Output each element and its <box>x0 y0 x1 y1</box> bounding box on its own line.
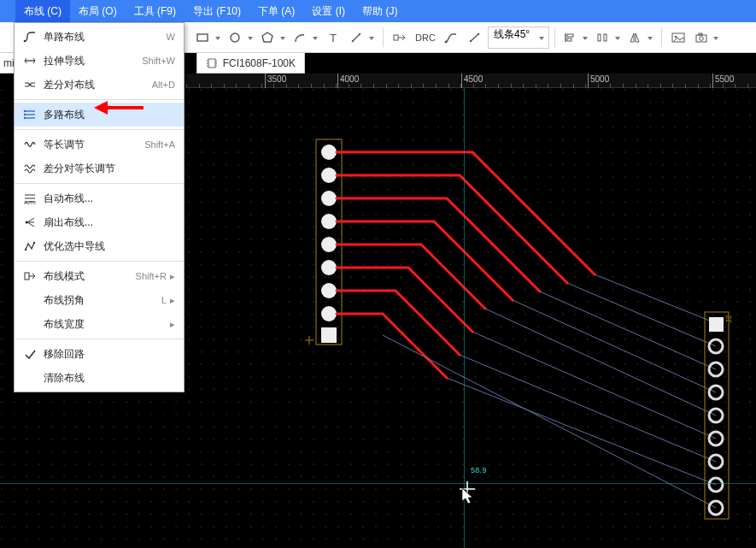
svg-marker-2 <box>262 32 273 42</box>
menu-item-label: 自动布线... <box>44 192 175 206</box>
text-tool[interactable]: T <box>323 27 345 49</box>
distribute-tool[interactable] <box>593 27 624 49</box>
svg-point-74 <box>24 110 26 112</box>
menu-item-label: 优化选中导线 <box>44 239 175 254</box>
svg-point-21 <box>675 35 677 38</box>
measurement-annotation: 58.9 <box>471 466 487 474</box>
svg-point-39 <box>321 191 337 206</box>
menu-item-label: 等长调节 <box>44 138 144 152</box>
menu-item-label: 布线宽度 <box>44 317 167 332</box>
menu-item-label: 清除布线 <box>44 371 175 386</box>
menu-5[interactable]: 设置 (I) <box>303 0 354 22</box>
image-tool[interactable] <box>667 27 689 49</box>
menu-separator <box>15 339 184 339</box>
menu-item-label: 拉伸导线 <box>44 54 142 68</box>
menu-item-5[interactable]: 差分对等长调节 <box>15 156 184 180</box>
menu-item-2[interactable]: 差分对布线Alt+D <box>15 73 184 97</box>
menu-4[interactable]: 下单 (A) <box>249 0 303 22</box>
angle-select[interactable]: 线条45° <box>488 27 549 49</box>
svg-point-1 <box>231 33 239 42</box>
arc-tool[interactable] <box>290 27 321 49</box>
menu-item-label: 布线模式 <box>44 269 136 284</box>
menu-shortcut: Alt+D <box>152 80 175 90</box>
opt-icon <box>21 238 38 255</box>
drc-tool[interactable]: DRC <box>413 27 438 49</box>
menu-0[interactable]: 布线 (C) <box>15 0 70 22</box>
menu-6[interactable]: 帮助 (J) <box>354 0 406 22</box>
tune-icon <box>21 136 38 153</box>
circle-tool[interactable] <box>226 27 256 49</box>
menu-item-8[interactable]: 优化选中导线 <box>15 234 184 258</box>
crosshair-horizontal-line <box>0 483 756 484</box>
svg-rect-17 <box>604 34 607 41</box>
blank-icon <box>21 292 38 309</box>
menu-item-9[interactable]: 布线模式Shift+R▸ <box>15 264 184 288</box>
svg-marker-19 <box>636 33 639 42</box>
active-tab[interactable]: FCI1608F-100K <box>196 53 305 74</box>
menu-1[interactable]: 布局 (O) <box>70 0 126 22</box>
svg-text:AUTO: AUTO <box>24 200 36 205</box>
menu-2[interactable]: 工具 (F9) <box>126 0 185 22</box>
auto-icon: AUTO <box>21 190 38 207</box>
menu-item-13[interactable]: 清除布线 <box>15 366 184 390</box>
toolbar-separator <box>661 28 662 47</box>
toolbar-separator <box>554 28 555 47</box>
menu-shortcut: W <box>167 32 175 42</box>
crosshair-vertical-line <box>464 88 465 548</box>
menu-item-11[interactable]: 布线宽度▸ <box>15 312 184 336</box>
menu-shortcut: Shift+R <box>136 271 167 281</box>
menu-shortcut: Shift+A <box>144 139 175 150</box>
svg-text:J2: J2 <box>724 315 733 323</box>
difftune-icon <box>21 160 38 177</box>
flip-tool[interactable] <box>625 27 656 49</box>
svg-point-75 <box>24 114 26 115</box>
svg-point-38 <box>321 168 337 183</box>
menu-item-12[interactable]: 移除回路 <box>15 342 184 366</box>
menu-item-label: 差分对布线 <box>44 78 152 92</box>
route-tool[interactable] <box>440 27 462 49</box>
svg-rect-25 <box>208 59 215 68</box>
chevron-right-icon: ▸ <box>170 271 175 282</box>
routing-menu-dropdown: 单路布线W拉伸导线Shift+W差分对布线Alt+D多路布线等长调节Shift+… <box>14 22 185 392</box>
svg-line-82 <box>27 218 34 222</box>
polygon-tool[interactable] <box>258 27 289 49</box>
align-tool[interactable] <box>560 27 591 49</box>
menu-item-1[interactable]: 拉伸导线Shift+W <box>15 49 184 73</box>
angle-select-wrap: 线条45° <box>488 27 549 49</box>
menu-item-7[interactable]: 扇出布线... <box>15 210 184 234</box>
camera-tool[interactable] <box>691 27 722 49</box>
measure-tool[interactable] <box>464 27 486 49</box>
footprint-icon <box>206 57 218 69</box>
menu-3[interactable]: 导出 (F10) <box>185 0 249 22</box>
menu-item-6[interactable]: AUTO自动布线... <box>15 186 184 210</box>
svg-point-41 <box>321 237 337 252</box>
svg-rect-15 <box>567 38 571 41</box>
chevron-right-icon: ▸ <box>170 319 175 330</box>
menu-separator <box>15 129 184 130</box>
menu-separator <box>15 261 184 262</box>
multi-icon <box>21 106 38 123</box>
toolbar-separator <box>383 28 384 47</box>
menu-item-10[interactable]: 布线拐角L▸ <box>15 288 184 312</box>
check-icon <box>21 345 38 362</box>
svg-marker-18 <box>630 33 634 42</box>
svg-rect-0 <box>197 34 208 41</box>
menu-item-4[interactable]: 等长调节Shift+A <box>15 133 184 156</box>
svg-point-76 <box>24 117 26 119</box>
svg-rect-16 <box>598 34 601 41</box>
svg-text:T: T <box>330 32 337 44</box>
svg-point-43 <box>321 283 337 298</box>
mode-icon <box>21 268 38 285</box>
svg-rect-87 <box>25 273 29 280</box>
svg-rect-45 <box>321 327 337 343</box>
rect-tool[interactable] <box>193 27 224 49</box>
svg-point-40 <box>321 214 337 229</box>
svg-point-9 <box>445 40 448 43</box>
svg-rect-7 <box>394 35 398 40</box>
svg-point-69 <box>24 40 26 43</box>
menubar: 布线 (C)布局 (O)工具 (F9)导出 (F10)下单 (A)设置 (I)帮… <box>0 0 756 22</box>
dimension-tool[interactable] <box>347 27 378 49</box>
connect-tool[interactable] <box>389 27 411 49</box>
menu-item-0[interactable]: 单路布线W <box>15 25 184 49</box>
fanout-icon <box>21 214 38 231</box>
